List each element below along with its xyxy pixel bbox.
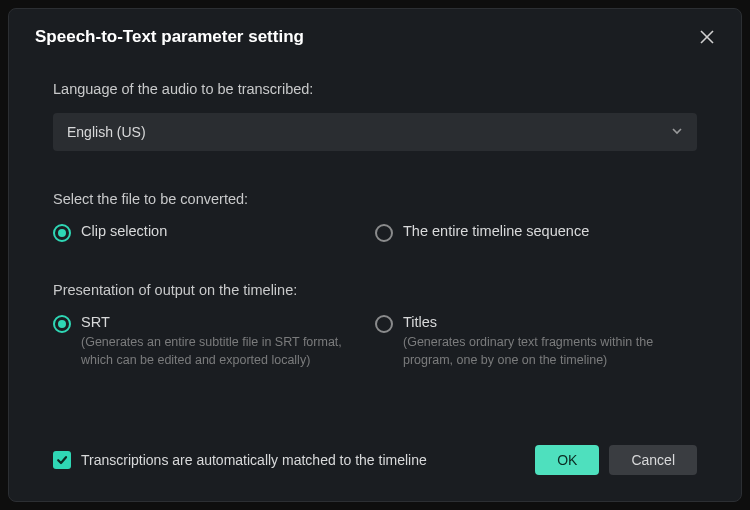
close-button[interactable] [697,27,717,47]
output-label: Presentation of output on the timeline: [53,282,697,298]
output-group: SRT (Generates an entire subtitle file i… [53,314,697,369]
dialog-header: Speech-to-Text parameter setting [9,9,741,57]
radio-clip-selection[interactable]: Clip selection [53,223,375,242]
radio-srt[interactable]: SRT (Generates an entire subtitle file i… [53,314,375,369]
radio-icon [375,224,393,242]
radio-label: Clip selection [81,223,167,239]
radio-label: Titles [403,314,673,330]
checkbox-icon [53,451,71,469]
footer-buttons: OK Cancel [535,445,697,475]
auto-match-checkbox[interactable]: Transcriptions are automatically matched… [53,451,427,469]
file-select-label: Select the file to be converted: [53,191,697,207]
dialog-footer: Transcriptions are automatically matched… [9,427,741,501]
radio-label: The entire timeline sequence [403,223,589,239]
file-select-group: Clip selection The entire timeline seque… [53,223,697,242]
language-selected-value: English (US) [67,124,146,140]
radio-content: SRT (Generates an entire subtitle file i… [81,314,351,369]
radio-content: Titles (Generates ordinary text fragment… [403,314,673,369]
language-label: Language of the audio to be transcribed: [53,81,697,97]
close-icon [699,29,715,45]
checkbox-label: Transcriptions are automatically matched… [81,452,427,468]
chevron-down-icon [671,123,683,141]
radio-titles[interactable]: Titles (Generates ordinary text fragment… [375,314,697,369]
radio-entire-timeline[interactable]: The entire timeline sequence [375,223,697,242]
dialog-body: Language of the audio to be transcribed:… [9,57,741,427]
ok-button[interactable]: OK [535,445,599,475]
radio-icon [53,315,71,333]
checkmark-icon [56,454,68,466]
language-select[interactable]: English (US) [53,113,697,151]
radio-description: (Generates ordinary text fragments withi… [403,334,673,369]
radio-icon [53,224,71,242]
dialog-title: Speech-to-Text parameter setting [35,27,304,47]
radio-description: (Generates an entire subtitle file in SR… [81,334,351,369]
radio-label: SRT [81,314,351,330]
cancel-button[interactable]: Cancel [609,445,697,475]
stt-settings-dialog: Speech-to-Text parameter setting Languag… [8,8,742,502]
radio-icon [375,315,393,333]
